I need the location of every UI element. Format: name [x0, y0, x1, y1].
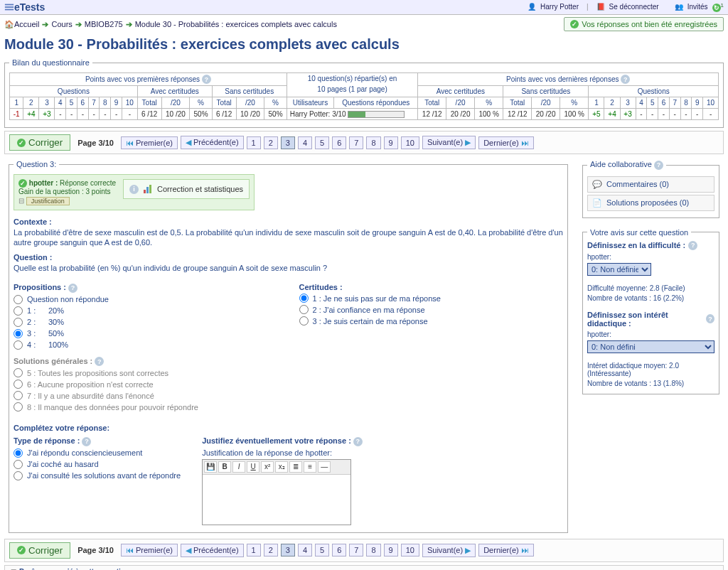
- page-number-5[interactable]: 5: [315, 544, 329, 556]
- page-number-3[interactable]: 3: [281, 136, 295, 149]
- help-icon[interactable]: ?: [654, 161, 663, 170]
- qnum-cell[interactable]: 5: [66, 97, 77, 109]
- prop-label[interactable]: 1 :20%: [27, 306, 64, 315]
- type-radio-1[interactable]: [14, 460, 23, 469]
- first-page-button[interactable]: ⏮ Premier(e): [121, 544, 178, 556]
- help-icon[interactable]: ?: [202, 75, 211, 84]
- sup-button[interactable]: x²: [261, 461, 274, 473]
- prev-page-button[interactable]: ◀ Précédent(e): [181, 544, 244, 557]
- page-number-8[interactable]: 8: [366, 544, 380, 556]
- prop-radio-1[interactable]: [14, 306, 23, 316]
- next-page-button[interactable]: Suivant(e) ▶: [422, 136, 476, 149]
- cert-radio-3[interactable]: [299, 316, 309, 326]
- help-icon[interactable]: ?: [353, 437, 363, 446]
- interest-select[interactable]: 0: Non défini: [587, 340, 714, 353]
- cert-label[interactable]: 1 : Je ne suis pas sur de ma réponse: [313, 294, 441, 303]
- gen-label[interactable]: 7 : Il y a une absurdité dans l'énoncé: [27, 392, 154, 400]
- qnum-cell[interactable]: 2: [23, 97, 39, 109]
- help-icon[interactable]: ?: [68, 284, 77, 293]
- cert-radio-2[interactable]: [299, 305, 309, 314]
- gen-radio-5[interactable]: [14, 368, 23, 377]
- qnum-cell[interactable]: 3: [39, 97, 55, 109]
- page-number-7[interactable]: 7: [349, 136, 363, 149]
- cert-label[interactable]: 2 : J'ai confiance en ma réponse: [313, 306, 425, 314]
- cert-radio-1[interactable]: [299, 294, 309, 303]
- page-number-10[interactable]: 10: [401, 136, 419, 149]
- qnum-cell[interactable]: 2: [604, 97, 620, 109]
- page-number-8[interactable]: 8: [366, 136, 380, 149]
- solutions-button[interactable]: 📄Solutions proposées (0): [587, 195, 714, 211]
- page-number-5[interactable]: 5: [315, 136, 329, 149]
- last-page-button[interactable]: Dernier(e) ⏭: [478, 136, 534, 149]
- page-number-9[interactable]: 9: [384, 136, 398, 149]
- help-icon[interactable]: ?: [82, 437, 91, 446]
- bc-home[interactable]: Accueil: [14, 20, 39, 28]
- cert-label[interactable]: 3 : Je suis certain de ma réponse: [313, 317, 428, 326]
- qnum-cell[interactable]: 4: [55, 97, 66, 109]
- corriger-button[interactable]: ✓Corriger: [9, 134, 70, 151]
- qnum-cell[interactable]: 5: [647, 97, 658, 109]
- ul-button[interactable]: ≣: [289, 461, 302, 473]
- help-icon[interactable]: ?: [621, 75, 630, 84]
- page-number-6[interactable]: 6: [332, 544, 346, 556]
- prop-radio-4[interactable]: [14, 340, 23, 350]
- last-page-button[interactable]: Dernier(e) ⏭: [478, 544, 534, 556]
- bold-button[interactable]: B: [218, 461, 231, 473]
- gen-label[interactable]: 6 : Aucune proposition n'est correcte: [27, 380, 154, 389]
- page-number-9[interactable]: 9: [384, 544, 398, 556]
- guests-link[interactable]: Invités: [687, 3, 708, 11]
- qnum-cell[interactable]: 1: [589, 97, 604, 109]
- save-icon[interactable]: 💾: [204, 461, 217, 473]
- qnum-cell[interactable]: 9: [692, 97, 703, 109]
- correction-stats-button[interactable]: i Correction et statistiques: [123, 179, 250, 199]
- gen-radio-7[interactable]: [14, 391, 23, 400]
- logout-link[interactable]: Se déconnecter: [609, 3, 659, 11]
- type-radio-0[interactable]: [14, 448, 23, 458]
- italic-button[interactable]: I: [232, 461, 245, 473]
- bc-courses[interactable]: Cours: [51, 20, 72, 28]
- qnum-cell[interactable]: 10: [703, 97, 719, 109]
- editor-textarea[interactable]: [203, 475, 350, 525]
- gen-radio-8[interactable]: [14, 402, 23, 412]
- page-number-4[interactable]: 4: [298, 544, 312, 556]
- qnum-cell[interactable]: 8: [100, 97, 111, 109]
- qnum-cell[interactable]: 10: [122, 97, 137, 109]
- page-number-2[interactable]: 2: [264, 136, 278, 149]
- user-link[interactable]: Harry Potter: [540, 3, 579, 11]
- first-page-button[interactable]: ⏮ Premier(e): [121, 136, 178, 149]
- prev-page-button[interactable]: ◀ Précédent(e): [181, 136, 244, 149]
- page-number-10[interactable]: 10: [401, 544, 419, 556]
- gen-label[interactable]: 5 : Toutes les propositions sont correct…: [27, 369, 168, 377]
- qnum-cell[interactable]: 7: [669, 97, 680, 109]
- page-number-3[interactable]: 3: [281, 544, 295, 556]
- prop-label[interactable]: 2 :30%: [27, 318, 64, 326]
- bareme-toggle[interactable]: ⊟Barême associé à cette question: [4, 565, 724, 570]
- type-label[interactable]: J'ai coché au hasard: [27, 460, 99, 468]
- qnum-cell[interactable]: 7: [88, 97, 100, 109]
- qnum-cell[interactable]: 6: [77, 97, 88, 109]
- page-number-1[interactable]: 1: [247, 136, 261, 149]
- sub-button[interactable]: x₂: [275, 461, 288, 473]
- justification-toggle[interactable]: Justification: [26, 197, 70, 205]
- prop-radio-3[interactable]: [14, 329, 23, 338]
- qnum-cell[interactable]: 4: [636, 97, 647, 109]
- refresh-indicator[interactable]: ↻1: [712, 2, 724, 12]
- bc-module[interactable]: Module 30 - Probabilités : exercices com…: [135, 20, 337, 28]
- qnum-cell[interactable]: 8: [680, 97, 692, 109]
- page-number-6[interactable]: 6: [332, 136, 346, 149]
- help-icon[interactable]: ?: [95, 357, 104, 366]
- ol-button[interactable]: ≡: [304, 461, 316, 473]
- prop-radio-none[interactable]: [14, 295, 23, 304]
- difficulty-select[interactable]: 0: Non définie: [587, 263, 651, 276]
- rich-editor[interactable]: 💾 B I U x² x₂ ≣ ≡ —: [202, 459, 351, 525]
- comments-button[interactable]: 💬Commentaires (0): [587, 176, 714, 193]
- corriger-button[interactable]: ✓Corriger: [9, 542, 70, 559]
- underline-button[interactable]: U: [247, 461, 259, 473]
- page-number-2[interactable]: 2: [264, 544, 278, 556]
- type-label[interactable]: J'ai répondu consciencieusement: [27, 448, 142, 457]
- hr-button[interactable]: —: [318, 461, 331, 473]
- qnum-cell[interactable]: 6: [658, 97, 670, 109]
- prop-label[interactable]: Question non répondue: [27, 295, 109, 303]
- prop-label[interactable]: 3 :50%: [27, 329, 64, 338]
- help-icon[interactable]: ?: [688, 241, 697, 250]
